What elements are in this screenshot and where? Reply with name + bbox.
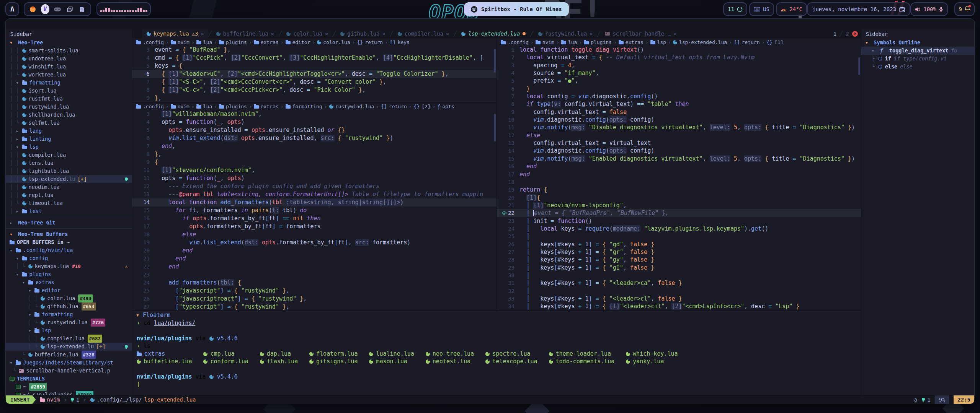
tree-item[interactable]: │ ▸ test [6, 207, 132, 215]
tree-item[interactable]: ▾ config [6, 254, 132, 262]
code-line[interactable]: 17 opts.formatters_by_ft[ft] = formatter… [132, 223, 497, 231]
floaterm-terminal[interactable]: ▾ Floaterm› cd lua/plugins/nvim/lua/plug… [132, 311, 861, 395]
tree-item[interactable]: │ │ rustfmt.lua [6, 95, 132, 103]
tree-section-header[interactable]: ▾ Neo-Tree Buffers [6, 230, 132, 238]
code-line[interactable]: 14 vim.diagnostic.config(opts: config) [497, 147, 861, 154]
tree-item[interactable]: ▾ Juegos/Indies/SteamLibrary/st [6, 359, 132, 367]
tree-item[interactable]: │ └ timeout.lua [6, 199, 132, 207]
tree-item[interactable]: ▾ formatting [6, 311, 132, 319]
code-line[interactable]: 30 │ [497, 272, 861, 279]
tree-item[interactable]: ▾ extras [6, 278, 132, 286]
code-line[interactable]: 14 local function add_formatters(tbl :ta… [132, 198, 497, 206]
tree-item[interactable]: ~/.c/n/l/plugins#3980 [6, 391, 132, 395]
now-playing-widget[interactable]: Spiritbox - Rule Of Nines [464, 2, 569, 16]
symbol-item[interactable]: ├ ifif type(config.vi [861, 55, 974, 63]
tab-bufferlinelua[interactable]: bufferline.lua× [212, 29, 279, 38]
code-line[interactable]: 6 } [497, 85, 861, 93]
code-line[interactable]: 7 local config = vim.diagnostic.config() [497, 93, 861, 100]
code-line[interactable]: 10 vim.diagnostic.config(opts: config) [497, 116, 861, 124]
code-line[interactable]: 3 spacing = 4, [497, 62, 861, 69]
code-line[interactable]: 12 else [497, 132, 861, 139]
code-line[interactable]: 23 │ init = function() [497, 217, 861, 225]
clock-widget[interactable]: jueves, noviembre 16, 2023 [807, 2, 910, 16]
code-line[interactable]: 8 { [1]"<C-c>", [2]"<cmd>CccPick<cr>", d… [132, 86, 497, 94]
tree-item[interactable]: │ │ lsp-extended.lu[+] [6, 175, 132, 183]
code-line[interactable]: 16 if opts.formatters_by_ft[ft] == nil t… [132, 215, 497, 223]
code-line[interactable]: 22 end [132, 263, 497, 271]
tree-item[interactable]: ~#2859 [6, 383, 132, 391]
code-line[interactable]: 9{ [132, 158, 497, 166]
code-line[interactable]: 18 else [132, 231, 497, 239]
tree-item[interactable]: │ ▾ lsp [6, 143, 132, 151]
code-line[interactable]: 5 prefix = "●", [497, 77, 861, 85]
code-line[interactable]: 22 │ event = { "BufReadPre", "BufNewFile… [497, 209, 861, 217]
scrollbar-handle[interactable] [494, 114, 496, 141]
tab-compilerlua[interactable]: compiler.lua× [393, 29, 454, 38]
tab-rustywindlua[interactable]: rustywind.lua× [534, 29, 597, 38]
code-line[interactable]: 9}, [132, 94, 497, 102]
tree-item[interactable]: │ │ compiler.lua#682 [6, 335, 132, 343]
code-buffer-rustywind[interactable]: 3 [1]"williamboman/mason.nvim",4 opts = … [132, 110, 497, 311]
tree-item[interactable]: │ ▸ lang [6, 127, 132, 135]
tree-item[interactable]: │ │ isort.lua [6, 87, 132, 95]
tree-item[interactable]: └ bufferline.lua#328 [6, 351, 132, 359]
code-line[interactable]: 34 │ keys[#keys + 1] = { [1]"<leader>cil… [497, 302, 861, 310]
tree-item[interactable]: │ └ lsp-extended.lu[+] [6, 343, 132, 351]
code-line[interactable]: 25 │ [497, 233, 861, 240]
tab-githublua[interactable]: github.lua× [336, 29, 390, 38]
tree-item[interactable]: │ └ github.lua#654 [6, 302, 132, 311]
tree-item[interactable]: │ │ compiler.lua [6, 151, 132, 159]
code-line[interactable]: 11 opts = function(_, opts) [132, 174, 497, 182]
tab-scrollbar-handle-[interactable]: scrollbar-handle-…× [600, 29, 681, 38]
code-line[interactable]: 24 │ local keys = require(modname: "lazy… [497, 225, 861, 233]
tree-item[interactable]: │ │ winshift.lua [6, 63, 132, 71]
code-line[interactable]: 13 config.virtual_text = virtual_text [497, 139, 861, 147]
volume-widget[interactable]: 100% [910, 2, 948, 16]
workspace-firefox[interactable] [28, 5, 37, 13]
code-line[interactable]: 26 ["javascriptreact"] = { "rustywind" }… [132, 295, 497, 303]
symbol-item[interactable]: ▾ ƒ toggle_diag_virtextfu [861, 47, 974, 55]
keyboard-layout-widget[interactable]: US [749, 2, 774, 16]
code-line[interactable]: 29 │ keys[#keys + 1] = { "gI", false } [497, 264, 861, 272]
updates-widget[interactable]: 11 [723, 2, 747, 16]
code-line[interactable]: 9 config.virtual_text = false [497, 108, 861, 116]
code-line[interactable]: 19 vim.list_extend(dst: opts.formatters_… [132, 239, 497, 247]
code-buffer-color[interactable]: 3event = { "BufRead" },4cmd = { [1]"CccP… [132, 46, 497, 102]
tree-item[interactable]: │ └ worktree.lua [6, 71, 132, 79]
code-line[interactable]: 4cmd = { [1]"CccPick", [2]"CccConvert", … [132, 54, 497, 62]
tree-item[interactable]: ▾ lsp [6, 327, 132, 335]
tab-colorlua[interactable]: color.lua× [282, 29, 333, 38]
floaterm-header[interactable]: ▾ Floaterm [132, 311, 861, 319]
tree-item[interactable]: │ ▾ formatting [6, 79, 132, 87]
terminals-header[interactable]: TERMINALS [6, 375, 132, 383]
code-line[interactable]: 25 ["javascript"] = { "rustywind" }, [132, 287, 497, 295]
tree-item[interactable]: │ └ sqlfmt.lua [6, 119, 132, 127]
code-line[interactable]: 15 vim.notify(msg: "Enabled diagnostics … [497, 155, 861, 163]
close-all-button[interactable]: × [852, 31, 858, 37]
code-line[interactable]: 8 if type(v: config.virtual_text) == "ta… [497, 100, 861, 108]
tree-item[interactable]: │ │ undotree.lua [6, 55, 132, 63]
tree-item[interactable]: │ │ neodim.lua [6, 183, 132, 191]
code-line[interactable]: 3 [1]"williamboman/mason.nvim", [132, 110, 497, 118]
symbols-outline-header[interactable]: ▾ Symbols Outline [861, 39, 974, 47]
code-line[interactable]: 1local function toggle_diag_virtext() [497, 46, 861, 54]
workspace-windows[interactable] [65, 5, 74, 13]
symbol-item[interactable]: └ elseelse [861, 63, 974, 71]
tree-item[interactable]: │ │ color.lua#493 [6, 294, 132, 302]
scrollbar-handle[interactable] [858, 57, 860, 75]
code-line[interactable]: 28 │ keys[#keys + 1] = { "gy", false } [497, 256, 861, 263]
tree-item[interactable]: │ └ keymaps.lua#10⚠ [6, 262, 132, 270]
workspace-neovim-active[interactable]: V [41, 5, 49, 13]
tree-item[interactable]: │ │ smart-splits.lua [6, 47, 132, 55]
code-line[interactable]: 5keys = { [132, 62, 497, 70]
code-line[interactable]: 6 { [1]"<leader>uC", [2]"<cmd>CccHighlig… [132, 70, 497, 78]
code-buffer-lsp-extended[interactable]: 1local function toggle_diag_virtext()2 l… [497, 46, 861, 311]
code-line[interactable]: 4 source = "if_many", [497, 69, 861, 77]
code-line[interactable]: 17end [497, 171, 861, 178]
code-line[interactable]: 24 add_formatters(tbl: { [132, 279, 497, 287]
tab-lsp-extendedlua[interactable]: lsp-extended.lua [457, 29, 530, 38]
tree-item[interactable]: │ │ lightbulb.lua [6, 167, 132, 175]
tree-item[interactable]: └ scrollbar-handle-vertical.p [6, 367, 132, 375]
code-line[interactable]: 21 end [132, 255, 497, 263]
code-line[interactable]: 19return { [497, 186, 861, 193]
